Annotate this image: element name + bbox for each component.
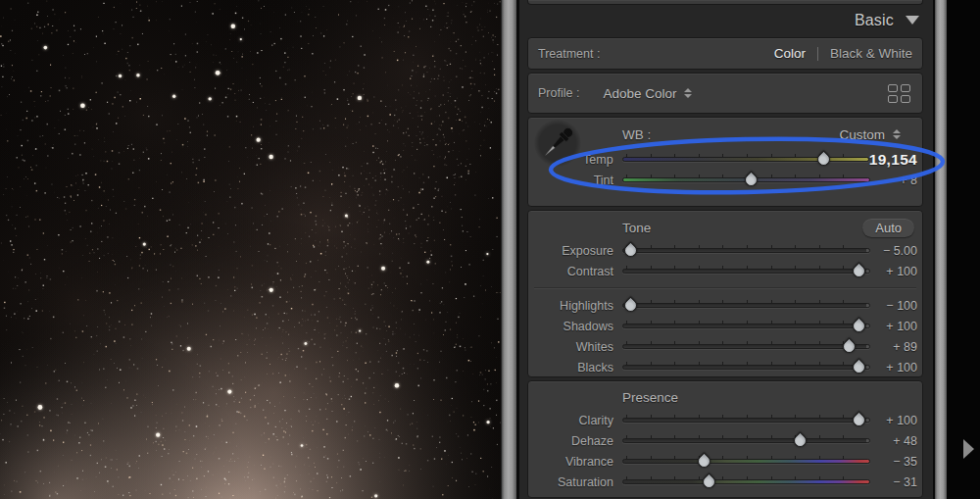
presence-section: Presence Clarity+ 100Dehaze+ 48Vibrance−… bbox=[527, 380, 923, 498]
slider-track-tint[interactable] bbox=[622, 177, 870, 182]
slider-label-whites: Whites bbox=[528, 340, 617, 354]
tone-header-label: Tone bbox=[622, 221, 651, 235]
slider-value-clarity: + 100 bbox=[870, 414, 922, 427]
slider-track-blacks[interactable] bbox=[622, 365, 870, 370]
slider-ticks-shadows bbox=[626, 321, 866, 324]
slider-label-dehaze: Dehaze bbox=[528, 434, 617, 448]
eyedropper-backdrop bbox=[534, 120, 581, 167]
slider-value-blacks: + 100 bbox=[870, 361, 922, 374]
slider-track-saturation[interactable] bbox=[622, 479, 870, 484]
slider-row-exposure: Exposure− 5.00 bbox=[528, 240, 922, 261]
white-balance-section: WB : Custom Temp19,154Tint+ 8 bbox=[527, 117, 923, 207]
panel-expand-arrow-icon[interactable] bbox=[963, 439, 974, 459]
treatment-option-color[interactable]: Color bbox=[774, 46, 806, 61]
basic-panel-header[interactable]: Basic bbox=[519, 6, 933, 34]
collapse-triangle-icon[interactable] bbox=[906, 16, 919, 25]
slider-row-highlights: Highlights− 100 bbox=[528, 295, 922, 316]
profile-label: Profile : bbox=[538, 86, 579, 100]
slider-track-clarity[interactable] bbox=[622, 418, 870, 423]
basic-panel: Basic Treatment : Color Black & White Pr… bbox=[516, 0, 933, 499]
slider-label-exposure: Exposure bbox=[528, 244, 617, 258]
treatment-option-divider bbox=[817, 47, 818, 61]
panel-resize-divider[interactable] bbox=[501, 0, 516, 499]
tone-divider bbox=[534, 287, 916, 288]
slider-ticks-contrast bbox=[626, 266, 866, 269]
slider-label-shadows: Shadows bbox=[528, 320, 617, 333]
slider-track-shadows[interactable] bbox=[622, 324, 870, 328]
slider-value-dehaze: + 48 bbox=[870, 434, 922, 448]
slider-ticks-exposure bbox=[626, 245, 866, 248]
slider-value-exposure: − 5.00 bbox=[870, 244, 922, 258]
slider-row-shadows: Shadows+ 100 bbox=[528, 316, 922, 336]
treatment-option-black-white[interactable]: Black & White bbox=[830, 46, 912, 61]
slider-row-tint: Tint+ 8 bbox=[528, 170, 922, 190]
lightroom-develop-view: Basic Treatment : Color Black & White Pr… bbox=[0, 0, 980, 499]
slider-row-contrast: Contrast+ 100 bbox=[528, 261, 922, 281]
slider-track-highlights[interactable] bbox=[622, 303, 870, 308]
slider-row-temp: Temp19,154 bbox=[528, 149, 922, 170]
slider-row-saturation: Saturation− 31 bbox=[528, 472, 922, 492]
slider-ticks-blacks bbox=[626, 362, 866, 365]
slider-ticks-whites bbox=[626, 341, 866, 344]
slider-label-vibrance: Vibrance bbox=[528, 455, 617, 469]
slider-ticks-saturation bbox=[626, 476, 866, 479]
slider-row-whites: Whites+ 89 bbox=[528, 336, 922, 357]
slider-ticks-highlights bbox=[626, 300, 866, 303]
slider-value-vibrance: − 35 bbox=[870, 455, 922, 469]
slider-value-highlights: − 100 bbox=[870, 299, 922, 313]
profile-value[interactable]: Adobe Color bbox=[603, 86, 676, 101]
profile-section: Profile : Adobe Color bbox=[527, 73, 923, 114]
auto-tone-button[interactable]: Auto bbox=[862, 219, 914, 237]
slider-track-temp[interactable] bbox=[622, 157, 869, 162]
slider-value-contrast: + 100 bbox=[870, 265, 922, 278]
right-edge-gutter bbox=[947, 0, 980, 499]
tone-section: Tone Auto Exposure− 5.00Contrast+ 100 Hi… bbox=[527, 210, 923, 377]
panel-title: Basic bbox=[855, 12, 894, 29]
slider-row-blacks: Blacks+ 100 bbox=[528, 357, 922, 377]
wb-preset-value[interactable]: Custom bbox=[839, 127, 885, 142]
slider-label-contrast: Contrast bbox=[528, 265, 617, 278]
previous-panel-edge bbox=[527, 0, 923, 5]
slider-row-dehaze: Dehaze+ 48 bbox=[528, 430, 922, 451]
slider-label-saturation: Saturation bbox=[528, 475, 617, 489]
slider-label-highlights: Highlights bbox=[528, 299, 617, 313]
slider-value-saturation: − 31 bbox=[870, 475, 922, 489]
slider-ticks-clarity bbox=[626, 415, 866, 418]
presence-header-label: Presence bbox=[622, 390, 678, 405]
slider-track-dehaze[interactable] bbox=[622, 438, 870, 443]
white-balance-eyedropper[interactable] bbox=[534, 120, 581, 167]
slider-label-clarity: Clarity bbox=[528, 414, 617, 427]
slider-ticks-dehaze bbox=[626, 435, 866, 438]
slider-value-whites: + 89 bbox=[870, 340, 922, 354]
wb-label: WB : bbox=[622, 127, 651, 142]
photo-starfield bbox=[0, 0, 502, 499]
slider-row-vibrance: Vibrance− 35 bbox=[528, 451, 922, 472]
treatment-section: Treatment : Color Black & White bbox=[527, 37, 923, 70]
slider-value-tint: + 8 bbox=[870, 174, 922, 187]
profile-dropdown-caret-icon[interactable] bbox=[684, 88, 692, 98]
treatment-label: Treatment : bbox=[538, 47, 600, 61]
slider-track-contrast[interactable] bbox=[622, 269, 870, 274]
panel-scrollbar[interactable] bbox=[933, 0, 947, 499]
slider-label-tint: Tint bbox=[528, 174, 617, 187]
slider-row-clarity: Clarity+ 100 bbox=[528, 410, 922, 430]
slider-value-temp: 19,154 bbox=[869, 151, 922, 169]
slider-track-exposure[interactable] bbox=[622, 248, 870, 253]
wb-dropdown-caret-icon[interactable] bbox=[893, 129, 901, 139]
slider-value-shadows: + 100 bbox=[870, 320, 922, 333]
slider-track-vibrance[interactable] bbox=[622, 459, 870, 464]
slider-track-whites[interactable] bbox=[622, 344, 870, 349]
slider-label-blacks: Blacks bbox=[528, 361, 617, 374]
slider-ticks-vibrance bbox=[626, 456, 866, 459]
profile-browser-grid-icon[interactable] bbox=[888, 84, 910, 103]
